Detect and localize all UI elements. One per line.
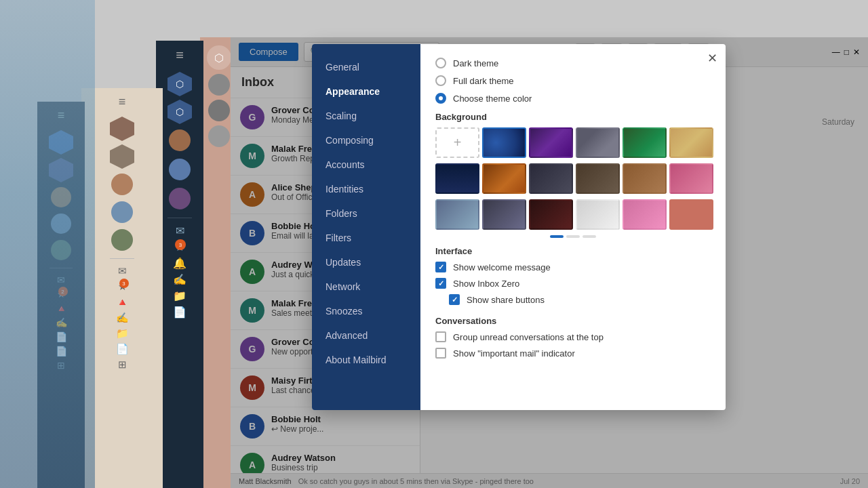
background-section-title: Background [435, 112, 711, 122]
bg-thumb-9[interactable] [576, 163, 620, 194]
check-share-buttons[interactable]: Show share buttons [449, 294, 711, 305]
light-icon-edit[interactable]: ✍ [116, 312, 129, 324]
settings-nav: General Appearance Scaling Composing Acc… [312, 44, 420, 410]
check-welcome[interactable]: Show welcome message [435, 262, 711, 272]
theme-choose-color-label: Choose theme color [453, 94, 532, 104]
icon-edit[interactable]: ✍ [173, 273, 186, 286]
bg-thumb-7[interactable] [482, 163, 526, 194]
bg-thumb-3[interactable] [576, 127, 620, 158]
bg-thumb-1[interactable] [482, 127, 526, 158]
light-panel-icon-1[interactable] [110, 117, 134, 141]
settings-overlay: General Appearance Scaling Composing Acc… [231, 37, 868, 488]
nav-item-network[interactable]: Network [312, 274, 420, 299]
scroll-dot-active [550, 235, 564, 238]
icon-folder[interactable]: 📁 [173, 289, 186, 302]
background-grid-2 [435, 163, 711, 194]
light-icon-star[interactable]: ★ 3 [118, 281, 127, 293]
avatar-3 [169, 188, 191, 209]
theme-dark-label: Dark theme [453, 58, 498, 68]
light-panel-menu[interactable]: ≡ [119, 95, 126, 109]
radio-choose-color[interactable] [435, 93, 446, 104]
nav-item-composing[interactable]: Composing [312, 128, 420, 152]
theme-full-dark-label: Full dark theme [453, 76, 514, 86]
radio-dark[interactable] [435, 58, 446, 68]
interface-section: Show welcome message Show Inbox Zero Sho… [435, 262, 711, 305]
nav-item-identities[interactable]: Identities [312, 177, 420, 201]
dark-sidebar-icon-1[interactable]: ⬡ [167, 72, 192, 96]
nav-item-about[interactable]: About Mailbird [312, 348, 420, 372]
panel-icon-3 [208, 100, 230, 121]
nav-item-scaling[interactable]: Scaling [312, 104, 420, 128]
bg-thumb-5[interactable] [669, 127, 713, 158]
bg-thumb-6[interactable] [435, 163, 479, 194]
background-grid-3 [435, 199, 711, 230]
scroll-dot-3 [583, 235, 596, 238]
scroll-indicator [435, 235, 711, 238]
theme-choose-color[interactable]: Choose theme color [435, 93, 711, 104]
light-icon-folder[interactable]: 📁 [116, 327, 129, 340]
light-icon-page[interactable]: 📄 [116, 343, 129, 355]
close-settings-button[interactable]: ✕ [707, 51, 717, 66]
checkbox-important-mail[interactable] [435, 348, 446, 359]
bg-thumb-4[interactable] [623, 127, 667, 158]
check-important-mail[interactable]: Show "important mail" indicator [435, 348, 711, 359]
share-buttons-label: Show share buttons [467, 295, 545, 305]
light-avatar-1 [111, 174, 133, 195]
settings-modal: General Appearance Scaling Composing Acc… [312, 44, 726, 410]
notif-badge-2: 3 [119, 279, 129, 288]
theme-dark[interactable]: Dark theme [435, 58, 711, 68]
light-icon-nav[interactable]: 🔺 [116, 296, 129, 308]
nav-item-snoozes[interactable]: Snoozes [312, 299, 420, 323]
nav-item-folders[interactable]: Folders [312, 201, 420, 226]
nav-item-filters[interactable]: Filters [312, 226, 420, 250]
checkbox-inbox-zero[interactable] [435, 278, 446, 289]
panel-icon-2 [208, 74, 230, 96]
bg-thumb-17[interactable] [669, 199, 713, 230]
light-panel-icon-2[interactable] [110, 144, 134, 169]
bg-thumb-16[interactable] [623, 199, 667, 230]
settings-content: ✕ Dark theme Full dark theme Choose them… [420, 44, 726, 410]
bg-thumb-10[interactable] [623, 163, 667, 194]
icon-mail[interactable]: ✉ [176, 224, 184, 237]
bg-thumb-14[interactable] [529, 199, 573, 230]
important-mail-label: Show "important mail" indicator [453, 348, 575, 359]
inbox-zero-label: Show Inbox Zero [453, 279, 519, 289]
dark-sidebar-divider [167, 218, 192, 218]
theme-full-dark[interactable]: Full dark theme [435, 75, 711, 86]
icon-star[interactable]: ★ 3 [175, 241, 184, 253]
bg-add-button[interactable]: + [435, 127, 479, 158]
bg-thumb-13[interactable] [482, 199, 526, 230]
light-avatar-2 [111, 201, 133, 223]
panel-icon-1: ⬡ [207, 45, 231, 70]
panel-icon-4 [208, 125, 230, 147]
checkbox-share-buttons[interactable] [449, 294, 460, 305]
bg-thumb-11[interactable] [669, 163, 713, 194]
notif-badge-1: 3 [175, 239, 186, 250]
nav-item-general[interactable]: General [312, 55, 420, 79]
dark-sidebar-menu[interactable]: ≡ [176, 47, 184, 63]
avatar-2 [169, 159, 191, 180]
bg-thumb-12[interactable] [435, 199, 479, 230]
check-inbox-zero[interactable]: Show Inbox Zero [435, 278, 711, 289]
bg-thumb-8[interactable] [529, 163, 573, 194]
nav-item-accounts[interactable]: Accounts [312, 152, 420, 177]
radio-full-dark[interactable] [435, 75, 446, 86]
check-group-unread[interactable]: Group unread conversations at the top [435, 331, 711, 342]
scroll-dot-2 [566, 235, 580, 238]
nav-item-updates[interactable]: Updates [312, 250, 420, 274]
nav-item-appearance[interactable]: Appearance [312, 79, 420, 104]
icon-bell[interactable]: 🔔 [173, 257, 186, 270]
light-icon-grid[interactable]: ⊞ [118, 359, 127, 371]
background-grid: + [435, 127, 711, 158]
light-icon-mail[interactable]: ✉ [118, 265, 127, 277]
checkbox-welcome[interactable] [435, 262, 446, 272]
icon-page[interactable]: 📄 [173, 306, 186, 319]
conversations-section-title: Conversations [435, 316, 711, 326]
checkbox-group-unread[interactable] [435, 331, 446, 342]
bg-thumb-2[interactable] [529, 127, 573, 158]
avatar-1 [169, 129, 191, 151]
interface-section-title: Interface [435, 246, 711, 256]
bg-thumb-15[interactable] [576, 199, 620, 230]
dark-sidebar-icon-2[interactable]: ⬡ [167, 100, 192, 124]
nav-item-advanced[interactable]: Advanced [312, 323, 420, 348]
